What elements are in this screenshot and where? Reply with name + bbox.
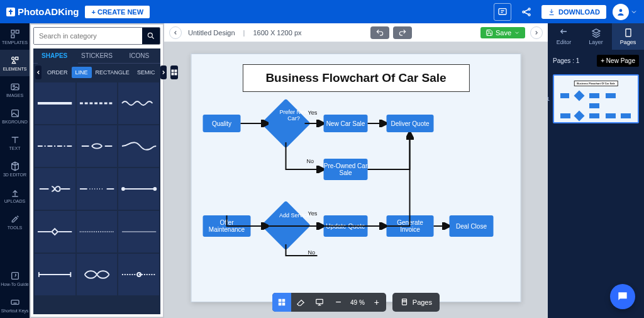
line-ornate-2[interactable] bbox=[118, 125, 159, 167]
tools-icon bbox=[10, 214, 20, 224]
page-thumbnail-1[interactable]: Business Flowchart Of Car Sale bbox=[553, 74, 639, 123]
cat-prev[interactable] bbox=[35, 65, 42, 79]
new-page-button[interactable]: + New Page bbox=[597, 55, 639, 67]
collapse-panel-button[interactable] bbox=[169, 26, 182, 39]
svg-point-2 bbox=[523, 11, 525, 13]
line-dot-dash[interactable] bbox=[35, 125, 75, 167]
brand-logo[interactable]: PhotoADKing bbox=[6, 6, 79, 17]
cat-semic[interactable]: SEMIC bbox=[133, 67, 159, 78]
right-panel: Editor Layer Pages Pages : 1 + New Page … bbox=[548, 23, 644, 318]
elements-icon bbox=[10, 55, 20, 65]
tab-layer[interactable]: Layer bbox=[580, 23, 612, 50]
line-ornate-3[interactable] bbox=[35, 168, 75, 210]
tab-stickers[interactable]: STICKERS bbox=[75, 48, 118, 63]
svg-point-29 bbox=[153, 188, 156, 190]
svg-rect-50 bbox=[316, 299, 323, 304]
cat-rectangle[interactable]: RECTANGLE bbox=[92, 67, 133, 78]
rail-images[interactable]: IMAGES bbox=[0, 76, 30, 103]
line-thin[interactable] bbox=[118, 211, 159, 253]
svg-point-3 bbox=[528, 8, 530, 10]
pages-count: Pages : 1 bbox=[553, 57, 579, 64]
chat-icon bbox=[616, 290, 629, 303]
feedback-icon[interactable] bbox=[494, 3, 511, 21]
rail-elements[interactable]: ELEMENTS bbox=[0, 50, 30, 76]
expand-right-button[interactable] bbox=[530, 26, 543, 39]
line-ornate-1[interactable] bbox=[77, 125, 118, 167]
tab-shapes[interactable]: SHAPES bbox=[33, 48, 75, 63]
redo-icon bbox=[398, 28, 407, 37]
line-double-end[interactable] bbox=[118, 168, 159, 210]
app-bar: PhotoADKing + CREATE NEW DOWNLOAD bbox=[0, 0, 644, 23]
search-icon bbox=[147, 31, 155, 40]
line-wave[interactable] bbox=[118, 82, 159, 124]
rail-tools[interactable]: TOOLS bbox=[0, 208, 30, 235]
avatar[interactable] bbox=[613, 4, 629, 20]
line-dashed[interactable] bbox=[77, 82, 118, 124]
pages-icon bbox=[400, 298, 409, 307]
chevron-right-icon bbox=[533, 30, 540, 36]
canvas-stage[interactable]: Business Flowchart Of Car Sale Quality P… bbox=[164, 42, 548, 318]
zoom-in-button[interactable]: + bbox=[367, 293, 386, 312]
rail-howto[interactable]: How-To Guide bbox=[0, 265, 30, 292]
line-zigzag-dots[interactable] bbox=[118, 254, 159, 295]
pages-button[interactable]: Pages bbox=[392, 293, 440, 312]
background-icon bbox=[10, 108, 20, 118]
download-button[interactable]: DOWNLOAD bbox=[541, 5, 606, 19]
share-icon[interactable] bbox=[518, 3, 535, 21]
rail-templates[interactable]: TEMPLATES bbox=[0, 23, 30, 50]
eraser-button[interactable] bbox=[291, 293, 310, 312]
chevron-down-icon bbox=[514, 30, 520, 36]
svg-rect-48 bbox=[279, 303, 282, 306]
present-button[interactable] bbox=[310, 293, 329, 312]
chat-fab[interactable] bbox=[610, 284, 635, 309]
rail-background[interactable]: BKGROUND bbox=[0, 103, 30, 129]
svg-point-9 bbox=[11, 57, 14, 59]
download-icon bbox=[548, 8, 555, 16]
line-diamond[interactable] bbox=[35, 211, 75, 253]
create-new-button[interactable]: + CREATE NEW bbox=[85, 6, 150, 18]
save-button[interactable]: Save bbox=[480, 27, 525, 38]
line-solid[interactable] bbox=[35, 82, 75, 124]
cat-line[interactable]: LINE bbox=[72, 67, 92, 78]
svg-point-5 bbox=[619, 9, 623, 12]
chevron-down-icon[interactable] bbox=[630, 8, 638, 16]
brand-mark-icon bbox=[6, 8, 15, 16]
search-wrap bbox=[33, 27, 160, 45]
search-button[interactable] bbox=[142, 28, 160, 44]
line-floral[interactable] bbox=[77, 254, 118, 295]
doc-name[interactable]: Untitled Design bbox=[188, 29, 235, 37]
elements-panel: SHAPES STICKERS ICONS ORDER LINE RECTANG… bbox=[30, 23, 164, 318]
user-icon bbox=[616, 8, 625, 16]
line-fade[interactable] bbox=[77, 211, 118, 253]
view-controls: − 49 % + bbox=[272, 293, 386, 312]
svg-point-4 bbox=[528, 14, 530, 16]
rail-uploads[interactable]: UPLOADS bbox=[0, 182, 30, 208]
search-input[interactable] bbox=[34, 28, 142, 44]
rail-3d[interactable]: 3D EDITOR bbox=[0, 156, 30, 182]
cat-order[interactable]: ORDER bbox=[43, 67, 72, 78]
design-page[interactable]: Business Flowchart Of Car Sale Quality P… bbox=[191, 54, 521, 302]
svg-point-28 bbox=[122, 188, 125, 190]
tab-icons[interactable]: ICONS bbox=[118, 48, 160, 63]
canvas-topbar: Untitled Design | 1600 X 1200 px Save bbox=[164, 23, 548, 42]
cube-icon bbox=[10, 161, 20, 171]
zoom-level: 49 % bbox=[348, 299, 367, 306]
text-icon bbox=[10, 135, 20, 145]
canvas-bottom-bar: − 49 % + Pages bbox=[272, 293, 440, 312]
svg-point-16 bbox=[148, 33, 152, 37]
tab-editor[interactable]: Editor bbox=[548, 23, 580, 50]
tab-pages[interactable]: Pages bbox=[612, 23, 644, 50]
rail-text[interactable]: TEXT bbox=[0, 129, 30, 156]
svg-rect-49 bbox=[282, 303, 286, 306]
redo-button[interactable] bbox=[393, 26, 412, 39]
rail-shortcuts[interactable]: Shortcut Keys bbox=[0, 292, 30, 318]
line-bar[interactable] bbox=[35, 254, 75, 295]
svg-rect-1 bbox=[499, 8, 506, 14]
templates-icon bbox=[10, 29, 20, 39]
pages-icon bbox=[623, 28, 633, 38]
line-dots[interactable] bbox=[77, 168, 118, 210]
chevron-left-icon bbox=[35, 69, 42, 76]
grid-view-button[interactable] bbox=[272, 293, 291, 312]
undo-button[interactable] bbox=[370, 26, 389, 39]
zoom-out-button[interactable]: − bbox=[329, 293, 348, 312]
